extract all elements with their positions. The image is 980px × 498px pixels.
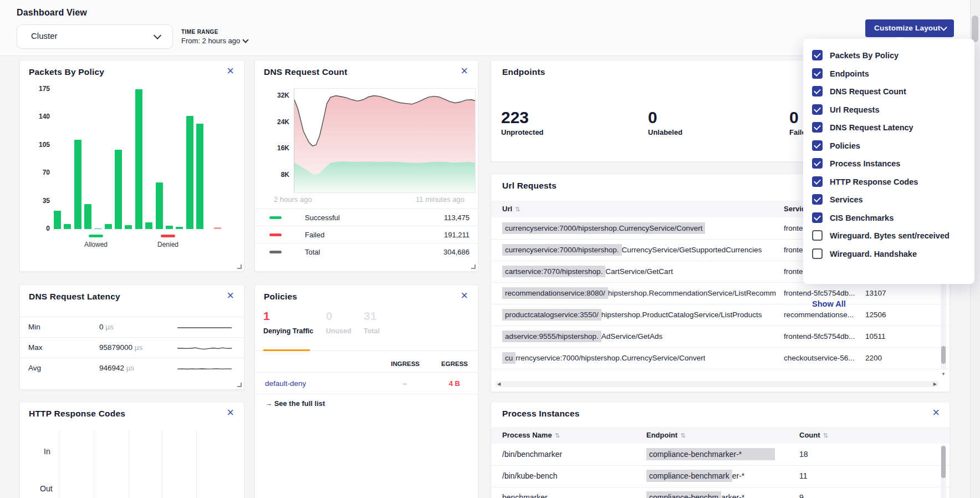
- checkbox-checked-icon[interactable]: [812, 212, 823, 223]
- checkbox-checked-icon[interactable]: [812, 50, 823, 60]
- sort-icon[interactable]: ⇅: [823, 432, 828, 439]
- show-all-link[interactable]: Show All: [812, 299, 846, 308]
- table-row[interactable]: /bin/kube-benchcompliance-benchmarker-*1…: [491, 465, 950, 487]
- close-icon[interactable]: ×: [227, 289, 234, 302]
- horizontal-scrollbar[interactable]: ◀ ▶: [496, 381, 938, 387]
- legend-row-failed: Failed191,211: [255, 226, 478, 243]
- close-icon[interactable]: ×: [227, 406, 234, 419]
- bar: [115, 150, 122, 229]
- scroll-left-icon[interactable]: ◀: [497, 382, 501, 387]
- view-selector[interactable]: Cluster: [17, 24, 173, 49]
- count-cell: 10511: [865, 326, 886, 347]
- chevron-down-icon: [154, 32, 161, 39]
- menu-item-url-requests[interactable]: Url Requests: [803, 101, 974, 119]
- url-highlight: cu: [502, 352, 515, 364]
- area-chart: [294, 88, 476, 193]
- checkbox-checked-icon[interactable]: [812, 158, 823, 169]
- menu-item-process-instances[interactable]: Process Instances: [803, 155, 974, 172]
- table-row[interactable]: currencyservice:7000/hipstershop.Currenc…: [491, 347, 950, 369]
- checkbox-checked-icon[interactable]: [812, 194, 823, 205]
- sparkline: [177, 363, 232, 375]
- close-icon[interactable]: ×: [227, 65, 234, 77]
- close-icon[interactable]: ×: [461, 65, 468, 77]
- menu-item-wireguard-handshake[interactable]: Wireguard. Handshake: [803, 245, 974, 263]
- see-full-list-link[interactable]: → See the full list: [265, 399, 325, 408]
- sort-icon[interactable]: ⇅: [555, 432, 560, 439]
- url-highlight: adservice:9555/hipstershop.: [502, 331, 601, 342]
- resize-handle[interactable]: [237, 265, 242, 269]
- table-header: Process Name⇅ Endpoint⇅ Count⇅: [491, 427, 950, 444]
- checkbox-checked-icon[interactable]: [812, 104, 823, 115]
- menu-item-services[interactable]: Services: [803, 191, 974, 209]
- y-tick-label: 140: [24, 113, 50, 120]
- url-rest: hipstershop.RecommendationService/ListRe…: [608, 289, 776, 297]
- checkbox-checked-icon[interactable]: [812, 140, 823, 151]
- table-row[interactable]: recommendationservice:8080/hipstershop.R…: [491, 282, 950, 304]
- resize-handle[interactable]: [471, 265, 476, 269]
- checkbox-unchecked-icon[interactable]: [812, 248, 823, 259]
- url-rest: hipstershop.ProductCatalogService/ListPr…: [601, 311, 762, 319]
- card-title: Url Requests: [502, 181, 557, 191]
- policy-name-link[interactable]: default-deny: [265, 379, 306, 388]
- count-cell: 13107: [865, 282, 886, 304]
- checkbox-checked-icon[interactable]: [812, 122, 823, 133]
- time-range[interactable]: TIME RANGE From: 2 hours ago: [181, 29, 248, 45]
- menu-item-endpoints[interactable]: Endpoints: [803, 65, 974, 83]
- chevron-down-icon: [940, 24, 947, 31]
- close-icon[interactable]: ×: [932, 406, 940, 419]
- sort-icon[interactable]: ⇅: [680, 432, 685, 439]
- menu-item-cis-benchmarks[interactable]: CIS Benchmarks: [803, 209, 974, 227]
- policy-tab-unused[interactable]: 0Unused: [326, 309, 351, 335]
- checkmark-icon: [814, 87, 821, 94]
- column-count[interactable]: Count⇅: [799, 431, 828, 439]
- column-process-name[interactable]: Process Name⇅: [502, 431, 560, 439]
- y-tick-label: 32K: [264, 92, 289, 99]
- menu-item-dns-request-count[interactable]: DNS Request Count: [803, 83, 974, 100]
- table-row[interactable]: adservice:9555/hipstershop.AdService/Get…: [491, 326, 950, 348]
- url-rest: CartService/GetCart: [605, 267, 673, 276]
- customize-layout-button[interactable]: Customize Layout: [865, 19, 954, 37]
- x-axis-start: 2 hours ago: [274, 195, 312, 204]
- checkbox-checked-icon[interactable]: [812, 86, 823, 96]
- menu-item-wireguard-bytes-sent-received[interactable]: Wireguard. Bytes sent/received: [803, 227, 974, 245]
- table-row[interactable]: benchmarkercompliance-benchmarker-*9: [491, 487, 950, 498]
- menu-item-packets-by-policy[interactable]: Packets By Policy: [803, 47, 974, 64]
- latency-number: 95879000: [99, 343, 132, 352]
- vertical-scrollbar[interactable]: [941, 445, 946, 498]
- scrollbar-thumb[interactable]: [941, 346, 946, 364]
- scroll-down-icon[interactable]: ▼: [941, 372, 946, 377]
- latency-label: Max: [28, 343, 43, 352]
- url-cell: currencyservice:7000/hipstershop.Currenc…: [502, 347, 705, 369]
- gridline: [129, 430, 129, 498]
- latency-number: 0: [99, 323, 104, 331]
- table-row[interactable]: /bin/benchmarkercompliance-benchmarker-*…: [491, 444, 950, 466]
- close-icon[interactable]: ×: [461, 289, 468, 302]
- policy-tab-denying-traffic[interactable]: 1Denying Traffic: [263, 309, 313, 335]
- sort-icon[interactable]: ⇅: [515, 206, 520, 212]
- page-scrollbar-thumb[interactable]: [972, 16, 978, 42]
- bar: [145, 222, 152, 229]
- scroll-right-icon[interactable]: ▶: [933, 382, 937, 387]
- column-url[interactable]: Url⇅: [502, 205, 520, 213]
- menu-item-http-response-codes[interactable]: HTTP Response Codes: [803, 173, 974, 191]
- menu-item-policies[interactable]: Policies: [803, 137, 974, 155]
- checkmark-icon: [814, 177, 821, 185]
- checkmark-icon: [814, 214, 821, 221]
- y-tick-label: 0: [24, 225, 50, 232]
- stat-value: 223: [501, 108, 544, 127]
- column-endpoint[interactable]: Endpoint⇅: [646, 431, 686, 439]
- table-row[interactable]: productcatalogservice:3550/hipstershop.P…: [491, 304, 950, 326]
- menu-item-label: Packets By Policy: [830, 51, 899, 60]
- scrollbar-thumb[interactable]: [941, 446, 946, 478]
- card-process-instances: Process Instances × Process Name⇅ Endpoi…: [491, 402, 950, 498]
- time-range-value[interactable]: From: 2 hours ago: [181, 37, 248, 45]
- resize-handle[interactable]: [237, 383, 242, 387]
- checkmark-icon: [814, 123, 821, 130]
- y-tick-label: 24K: [264, 118, 289, 126]
- menu-item-dns-request-latency[interactable]: DNS Request Latency: [803, 119, 974, 136]
- row-label-in: In: [44, 447, 50, 456]
- checkbox-checked-icon[interactable]: [812, 176, 823, 187]
- checkbox-unchecked-icon[interactable]: [812, 230, 823, 241]
- policy-tab-total[interactable]: 31Total: [364, 309, 380, 335]
- checkbox-checked-icon[interactable]: [812, 68, 823, 79]
